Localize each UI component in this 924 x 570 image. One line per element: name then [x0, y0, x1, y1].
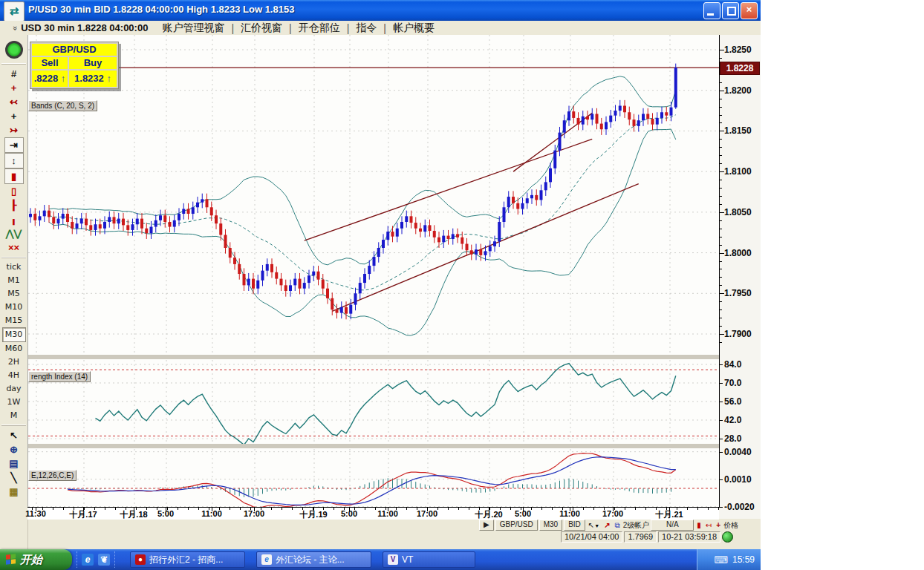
candlestick[interactable] [299, 279, 302, 289]
candlestick[interactable] [660, 112, 663, 118]
chart-area[interactable] [27, 35, 720, 507]
vertical-range-tool-icon[interactable]: ↕ [4, 153, 24, 168]
candlestick[interactable] [437, 238, 440, 243]
timeframe-m1[interactable]: M1 [3, 274, 25, 287]
candlestick[interactable] [317, 272, 320, 280]
pointer-dropdown-button[interactable]: ↖▼ [587, 521, 601, 529]
timeframe-m[interactable]: M [3, 409, 25, 422]
candlestick[interactable] [33, 214, 36, 220]
candlestick[interactable] [414, 223, 417, 229]
chevron-down-icon[interactable]: » [11, 25, 20, 30]
candlestick[interactable] [410, 216, 413, 223]
symbol-button[interactable]: GBP/USD [495, 520, 538, 531]
candlestick[interactable] [637, 120, 640, 126]
menu-item-account-mgmt[interactable]: 账户管理视窗 [155, 22, 231, 35]
candlestick[interactable] [535, 195, 538, 200]
candlestick[interactable] [572, 111, 575, 118]
candlestick[interactable] [553, 151, 556, 168]
candlestick[interactable] [600, 124, 603, 130]
candlestick[interactable] [229, 248, 232, 258]
candlestick[interactable] [447, 236, 450, 239]
candlestick[interactable] [219, 223, 222, 235]
candlestick[interactable] [94, 224, 97, 230]
candlestick[interactable] [442, 236, 445, 243]
candlestick[interactable] [614, 111, 617, 116]
line-tool-icon[interactable]: ╲ [5, 471, 23, 485]
candlestick[interactable] [224, 235, 227, 249]
timeframe-m5[interactable]: M5 [3, 287, 25, 301]
candlestick[interactable] [373, 257, 376, 266]
candlestick[interactable] [29, 214, 32, 217]
candlestick[interactable] [266, 264, 269, 271]
bollinger-label[interactable]: Bands (C, 20, S, 2) [28, 100, 97, 111]
sell-price[interactable]: .8228 ↑ [32, 71, 68, 87]
candlestick[interactable] [377, 248, 380, 257]
candlestick[interactable] [470, 250, 473, 254]
panel-splitter[interactable] [28, 355, 720, 359]
candlestick[interactable] [308, 275, 310, 283]
pointer-tool-icon[interactable]: ↖ [5, 428, 23, 442]
timeframe-tick[interactable]: tick [3, 261, 25, 274]
candlestick[interactable] [206, 199, 209, 207]
candlestick[interactable] [336, 309, 339, 312]
candlestick[interactable] [275, 272, 278, 279]
candlestick[interactable] [66, 214, 69, 222]
candlestick[interactable] [596, 114, 599, 123]
red-pointer-icon[interactable]: ↗ [602, 521, 611, 529]
bid-button[interactable]: BID [564, 520, 585, 531]
candlestick[interactable] [169, 222, 172, 227]
candlestick[interactable] [646, 114, 649, 119]
candlestick[interactable] [247, 279, 250, 286]
candlestick[interactable] [642, 114, 645, 120]
candlestick[interactable] [99, 224, 102, 228]
candlestick[interactable] [89, 225, 92, 230]
candlestick[interactable] [419, 229, 422, 232]
hatch-tool-icon[interactable]: ×× [5, 240, 23, 255]
candlestick[interactable] [252, 279, 255, 289]
crosshair-tool-icon[interactable]: + [5, 109, 23, 123]
candlestick[interactable] [530, 195, 533, 198]
candlestick[interactable] [145, 229, 148, 234]
macd-label[interactable]: E,12,26,C,E) [28, 470, 77, 481]
candlestick-solid-tool-icon[interactable]: ▮ [4, 168, 24, 184]
taskbar-task-cmb-forex[interactable]: ● 招行外汇2 - 招商... [130, 551, 245, 568]
collapse-arrow-tool-icon[interactable]: ↢ [5, 95, 23, 109]
timeframe-m15[interactable]: M15 [3, 314, 25, 327]
cross-expand-tool-icon[interactable]: + [5, 81, 23, 95]
candlestick[interactable] [479, 249, 482, 255]
timeframe-m30[interactable]: M30 [2, 327, 26, 342]
candlestick[interactable] [238, 264, 241, 274]
candlestick[interactable] [400, 222, 403, 229]
candlestick[interactable] [433, 231, 436, 238]
candlestick[interactable] [150, 227, 153, 234]
candlestick[interactable] [117, 219, 120, 224]
notes-tool-icon[interactable]: ▦ [5, 485, 23, 499]
candlestick[interactable] [326, 289, 329, 298]
candlestick[interactable] [131, 224, 134, 230]
candlestick[interactable] [567, 111, 570, 120]
menu-item-account-summary[interactable]: 帐户概要 [386, 22, 441, 35]
candlestick[interactable] [173, 220, 176, 227]
bar-style-tool-icon[interactable]: ┠ [5, 198, 23, 212]
timeframe-m60[interactable]: M60 [3, 342, 25, 356]
candlestick[interactable] [289, 285, 292, 291]
candlestick[interactable] [108, 217, 111, 222]
trend-arrow-tool-icon[interactable]: ↣ [5, 123, 23, 137]
ie-icon[interactable]: e [82, 554, 94, 566]
buy-price[interactable]: 1.8232 ↑ [69, 71, 117, 87]
report-tool-icon[interactable]: ▤ [5, 456, 23, 471]
candlestick[interactable] [340, 307, 343, 313]
candlestick[interactable] [39, 216, 42, 220]
candlestick[interactable] [368, 266, 371, 274]
menu-item-open-positions[interactable]: 开仓部位 [292, 22, 347, 35]
candlestick[interactable] [187, 209, 190, 214]
rsi-label[interactable]: rength Index (14) [28, 371, 91, 382]
candlestick[interactable] [563, 120, 566, 132]
timeframe-2h[interactable]: 2H [3, 356, 25, 369]
candlestick[interactable] [126, 225, 129, 230]
candlestick[interactable] [192, 207, 195, 214]
candlestick[interactable] [284, 285, 287, 291]
candlestick[interactable] [651, 119, 654, 125]
candlestick[interactable] [71, 222, 74, 229]
candlestick[interactable] [215, 215, 218, 223]
